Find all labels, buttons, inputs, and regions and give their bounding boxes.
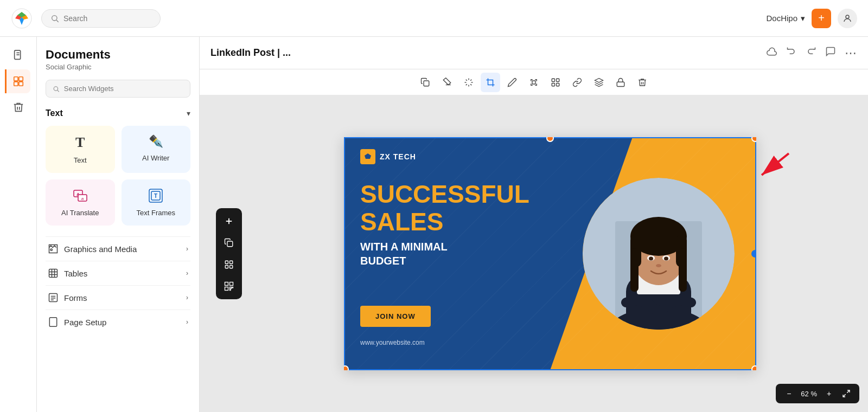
svg-rect-9 [14,82,17,86]
svg-rect-58 [225,287,228,291]
sidebar-item-widgets[interactable] [5,69,30,93]
toolbar-grid-button[interactable] [546,73,565,92]
svg-rect-42 [532,81,535,84]
zoom-out-button[interactable]: − [782,387,795,400]
graphics-media-icon [48,243,59,254]
global-search[interactable] [41,9,161,28]
toolbar-delete-button[interactable] [633,73,652,92]
toolbar-lock-button[interactable] [611,73,630,92]
svg-line-2 [56,20,59,22]
widget-search-input[interactable] [64,85,183,93]
svg-point-76 [649,257,653,261]
ai-writer-label: AI Writer [142,154,169,162]
post-website: www.yourwebsite.com [360,339,425,346]
toolbar-transform-button[interactable] [524,73,544,92]
text-widget-label: Text [74,156,87,164]
panel-title: Documents [46,48,190,62]
cloud-save-icon[interactable] [767,46,777,60]
widget-ai-writer[interactable]: ✒️ AI Writer [122,126,191,173]
toolbar-erase-button[interactable] [437,73,457,92]
app-logo[interactable] [11,8,33,29]
cursor-arrow-indicator [751,148,794,188]
svg-rect-59 [230,287,232,289]
svg-rect-55 [230,266,233,268]
text-frames-icon: T [148,188,163,203]
forms-label: Forms [64,293,87,302]
zoom-fit-button[interactable] [840,387,853,400]
brand-menu[interactable]: DocHipo ▾ [766,14,805,23]
widget-search[interactable] [46,80,190,98]
page-setup-chevron-icon: › [186,318,188,326]
sidebar-item-new-doc[interactable] [7,43,30,67]
graphics-media-chevron-icon: › [186,245,188,253]
page-setup-icon [48,317,59,327]
brand-chevron-icon: ▾ [801,14,805,23]
canvas-header: LinkedIn Post | ... [200,37,868,69]
tables-chevron-icon: › [186,269,188,277]
user-avatar[interactable] [838,9,857,28]
undo-icon[interactable] [786,46,797,60]
svg-point-1 [52,15,57,20]
search-input[interactable] [63,14,150,23]
svg-rect-48 [617,82,624,86]
text-section-chevron-icon: ▾ [187,109,190,118]
toolbar-crop-button[interactable] [481,73,500,92]
toolbar-edit-button[interactable] [502,73,522,92]
zoom-controls: − 62 % + [776,384,859,403]
graphics-media-section[interactable]: Graphics and Media › [46,236,190,261]
svg-line-39 [470,84,471,85]
zoom-in-button[interactable]: + [822,387,835,400]
svg-point-3 [846,15,849,18]
svg-rect-73 [679,248,687,292]
svg-point-20 [50,249,52,250]
mini-pages-button[interactable] [219,255,239,274]
search-icon [53,85,60,93]
mini-add-button[interactable] [219,211,239,231]
svg-rect-46 [557,83,559,86]
svg-line-41 [466,84,467,85]
widget-text-frames[interactable]: T Text Frames [122,179,191,226]
linkedin-post-design: ZX TECH SUCCESSFULSALES WITH A MINIMALBU… [344,137,756,370]
canvas-frame[interactable]: ZX TECH SUCCESSFULSALES WITH A MINIMALBU… [344,137,756,370]
forms-chevron-icon: › [186,294,188,301]
svg-rect-44 [557,79,559,81]
text-frames-label: Text Frames [136,209,175,217]
text-section-header[interactable]: Text ▾ [46,108,190,118]
more-options-icon[interactable]: ⋯ [845,46,857,60]
mini-qr-button[interactable] [219,276,239,296]
forms-section[interactable]: Forms › [46,285,190,310]
tables-section[interactable]: Tables › [46,261,190,285]
zoom-value: 62 % [797,390,820,398]
svg-text:a: a [81,196,84,201]
comment-icon[interactable] [825,46,836,60]
toolbar-link-button[interactable] [567,73,587,92]
toolbar-layers-button[interactable] [589,73,609,92]
sidebar-item-trash[interactable] [7,95,30,119]
tables-label: Tables [64,269,87,278]
page-setup-label: Page Setup [64,318,106,327]
mini-duplicate-button[interactable] [219,233,239,253]
redo-icon[interactable] [806,46,816,60]
widgets-panel: Documents Social Graphic Text ▾ T Text ✒… [37,37,200,412]
svg-rect-56 [225,282,228,286]
text-widget-icon: T [75,134,85,151]
canvas-title: LinkedIn Post | ... [210,47,291,59]
post-logo-icon [360,149,375,164]
svg-marker-62 [365,153,371,159]
main-canvas-area: LinkedIn Post | ... [200,37,868,412]
new-document-button[interactable]: + [812,9,831,28]
widget-text[interactable]: T Text [46,126,115,173]
widget-ai-translate[interactable]: A a AI Translate [46,179,115,226]
user-icon [843,14,852,23]
svg-rect-52 [225,261,228,263]
toolbar-copy-button[interactable] [416,73,435,92]
page-setup-section[interactable]: Page Setup › [46,310,190,334]
svg-point-11 [54,86,58,90]
handle-right-edge[interactable] [751,250,756,258]
svg-rect-54 [225,266,228,268]
widget-grid: T Text ✒️ AI Writer A a AI Translate T [46,126,190,226]
toolbar-cursor-button[interactable] [459,73,478,92]
svg-rect-8 [18,77,22,81]
handle-bottom-right[interactable] [751,365,756,370]
forms-icon [48,292,59,303]
